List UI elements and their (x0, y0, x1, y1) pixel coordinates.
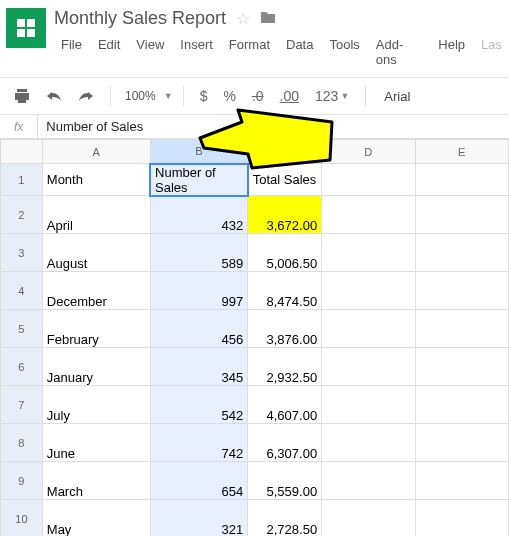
row-header[interactable]: 4 (1, 272, 43, 310)
cell[interactable] (415, 234, 508, 272)
cell[interactable] (322, 196, 415, 234)
row-header[interactable]: 8 (1, 424, 43, 462)
cell[interactable]: April (42, 196, 150, 234)
cell[interactable]: July (42, 386, 150, 424)
menu-file[interactable]: File (54, 33, 89, 71)
cell[interactable]: 5,006.50 (248, 234, 322, 272)
menu-format[interactable]: Format (222, 33, 277, 71)
menu-addons[interactable]: Add-ons (369, 33, 429, 71)
decrease-decimal-button[interactable]: .0 (246, 84, 270, 108)
cell[interactable]: June (42, 424, 150, 462)
spreadsheet-grid[interactable]: A B C D E 1 Month Number of Sales Total … (0, 139, 509, 536)
cell[interactable] (415, 462, 508, 500)
row-header-1[interactable]: 1 (1, 164, 43, 196)
cell[interactable]: 742 (150, 424, 248, 462)
col-header-d[interactable]: D (322, 140, 415, 164)
formula-bar: fx (0, 115, 509, 139)
cell[interactable] (415, 348, 508, 386)
redo-icon[interactable] (72, 86, 100, 106)
cell[interactable] (322, 348, 415, 386)
cell[interactable]: May (42, 500, 150, 537)
cell-a1[interactable]: Month (42, 164, 150, 196)
cell[interactable]: 2,728.50 (248, 500, 322, 537)
cell[interactable] (322, 462, 415, 500)
cell-c1[interactable]: Total Sales (248, 164, 322, 196)
col-header-b[interactable]: B (150, 140, 248, 164)
cell[interactable]: January (42, 348, 150, 386)
col-header-a[interactable]: A (42, 140, 150, 164)
zoom-dropdown-icon[interactable]: ▼ (164, 91, 173, 101)
menu-data[interactable]: Data (279, 33, 320, 71)
row-header[interactable]: 9 (1, 462, 43, 500)
cell[interactable]: 432 (150, 196, 248, 234)
col-header-c[interactable]: C (248, 140, 322, 164)
menu-view[interactable]: View (129, 33, 171, 71)
row-header[interactable]: 2 (1, 196, 43, 234)
cell[interactable]: March (42, 462, 150, 500)
cell[interactable]: 321 (150, 500, 248, 537)
row-header[interactable]: 7 (1, 386, 43, 424)
cell[interactable] (415, 310, 508, 348)
cell[interactable]: 5,559.00 (248, 462, 322, 500)
menu-bar: File Edit View Insert Format Data Tools … (54, 33, 509, 71)
row-header[interactable]: 5 (1, 310, 43, 348)
cell[interactable] (415, 272, 508, 310)
cell-d1[interactable] (322, 164, 415, 196)
cell[interactable]: 3,672.00 (248, 196, 322, 234)
percent-button[interactable]: % (217, 84, 241, 108)
cell[interactable]: 589 (150, 234, 248, 272)
col-header-e[interactable]: E (415, 140, 508, 164)
select-all-corner[interactable] (1, 140, 43, 164)
menu-tools[interactable]: Tools (322, 33, 366, 71)
cell[interactable]: December (42, 272, 150, 310)
folder-icon[interactable] (260, 10, 276, 27)
currency-button[interactable]: $ (194, 84, 214, 108)
menu-overflow: Las (474, 33, 509, 71)
cell[interactable] (322, 234, 415, 272)
cell-e1[interactable] (415, 164, 508, 196)
font-selector[interactable]: Arial (376, 89, 418, 104)
cell[interactable]: 542 (150, 386, 248, 424)
cell[interactable]: 997 (150, 272, 248, 310)
row-header[interactable]: 3 (1, 234, 43, 272)
menu-insert[interactable]: Insert (173, 33, 220, 71)
cell[interactable] (322, 424, 415, 462)
cell[interactable]: August (42, 234, 150, 272)
more-formats-button[interactable]: 123▼ (309, 84, 355, 108)
cell[interactable]: 456 (150, 310, 248, 348)
print-icon[interactable] (8, 85, 36, 107)
cell[interactable]: 6,307.00 (248, 424, 322, 462)
row-header[interactable]: 6 (1, 348, 43, 386)
cell[interactable] (415, 386, 508, 424)
row-header[interactable]: 10 (1, 500, 43, 537)
cell[interactable] (415, 500, 508, 537)
cell[interactable] (322, 310, 415, 348)
cell[interactable] (322, 272, 415, 310)
cell[interactable]: February (42, 310, 150, 348)
star-icon[interactable]: ☆ (236, 9, 250, 28)
cell[interactable]: 3,876.00 (248, 310, 322, 348)
sheets-logo[interactable] (6, 8, 46, 48)
cell[interactable]: 2,932.50 (248, 348, 322, 386)
menu-edit[interactable]: Edit (91, 33, 127, 71)
zoom-level[interactable]: 100% (121, 87, 160, 105)
menu-help[interactable]: Help (431, 33, 472, 71)
increase-decimal-button[interactable]: .00 (274, 84, 305, 108)
cell[interactable] (415, 424, 508, 462)
cell[interactable] (415, 196, 508, 234)
undo-icon[interactable] (40, 86, 68, 106)
cell[interactable]: 8,474.50 (248, 272, 322, 310)
cell[interactable]: 345 (150, 348, 248, 386)
toolbar: 100% ▼ $ % .0 .00 123▼ Arial (0, 77, 509, 115)
fx-icon: fx (0, 115, 38, 138)
doc-title[interactable]: Monthly Sales Report (54, 8, 226, 29)
cell-b1[interactable]: Number of Sales (150, 164, 248, 196)
cell[interactable] (322, 386, 415, 424)
formula-input[interactable] (38, 115, 509, 138)
cell[interactable] (322, 500, 415, 537)
cell[interactable]: 4,607.00 (248, 386, 322, 424)
cell[interactable]: 654 (150, 462, 248, 500)
